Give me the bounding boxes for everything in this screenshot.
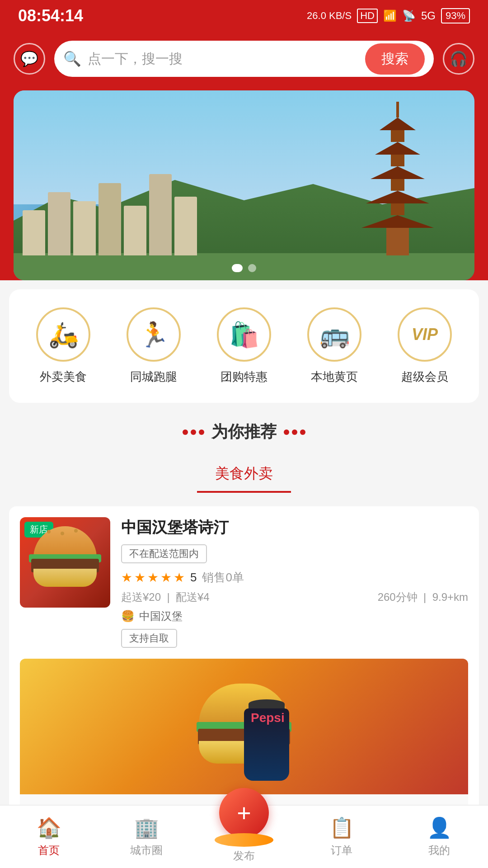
- nav-mine-label: 我的: [428, 843, 450, 858]
- customer-service-icon[interactable]: 🎧: [443, 43, 474, 75]
- wifi-icon: 📶: [383, 9, 397, 22]
- category-item-directory[interactable]: 🚌 本地黄页: [307, 307, 361, 385]
- category-icon-directory: 🚌: [307, 307, 361, 362]
- category-label-directory: 本地黄页: [311, 369, 358, 385]
- banner-dot-1[interactable]: [232, 264, 243, 272]
- rdot-6: [300, 429, 305, 435]
- food-image: [20, 517, 110, 608]
- status-bar: 08:54:14 26.0 KB/S HD 📶 📡 5G 93%: [0, 0, 488, 32]
- rdot-5: [292, 429, 297, 435]
- menu-item-image: Pepsi: [20, 659, 468, 794]
- star-4: ★: [160, 570, 172, 585]
- star-2: ★: [134, 570, 145, 585]
- food-thumbnail: 新店: [20, 517, 110, 608]
- rdot-1: [183, 429, 188, 435]
- tabs-row: 美食外卖: [0, 452, 488, 502]
- category-icon-errand: 🏃: [127, 307, 181, 362]
- recommend-dots-right: [284, 429, 305, 435]
- food-category-label: 中国汉堡: [139, 609, 183, 623]
- star-3: ★: [147, 570, 159, 585]
- rating-score: 5: [190, 571, 197, 585]
- signal-5g-icon: 5G: [421, 9, 436, 22]
- recommend-title: 为你推荐: [211, 421, 277, 443]
- search-icon: 🔍: [63, 50, 81, 67]
- out-of-range-tag: 不在配送范围内: [121, 544, 207, 563]
- category-label-groupbuy: 团购特惠: [221, 369, 267, 385]
- plus-icon: +: [237, 799, 251, 827]
- sales-count: 销售0单: [202, 570, 244, 585]
- profile-icon: 👤: [427, 816, 452, 840]
- category-label-vip: 超级会员: [401, 369, 448, 385]
- banner-dot-2[interactable]: [248, 264, 256, 272]
- battery-icon: 93%: [441, 8, 470, 24]
- headset-icon: 🎧: [450, 50, 468, 67]
- category-icon-burger: 🍔: [121, 610, 135, 623]
- nav-home-label: 首页: [38, 843, 60, 858]
- nav-publish-label: 发布: [233, 849, 255, 863]
- nav-publish[interactable]: + 发布: [195, 811, 293, 863]
- category-item-groupbuy[interactable]: 🛍️ 团购特惠: [217, 307, 271, 385]
- category-icon-groupbuy: 🛍️: [217, 307, 271, 362]
- network-speed: 26.0 KB/S: [307, 10, 352, 22]
- delivery-time-distance: 260分钟 | 9.9+km: [378, 590, 468, 604]
- recommend-dots-left: [183, 429, 204, 435]
- chat-bubble-icon: 💬: [20, 50, 38, 67]
- food-category-row: 🍔 中国汉堡: [121, 609, 468, 623]
- search-button[interactable]: 搜索: [365, 43, 425, 75]
- tab-food[interactable]: 美食外卖: [197, 457, 291, 493]
- shopping-icon: 🛍️: [229, 321, 259, 349]
- nav-city-label: 城市圈: [130, 843, 163, 858]
- vip-icon: VIP: [412, 325, 438, 344]
- nav-city[interactable]: 🏢 城市圈: [98, 816, 195, 858]
- chat-icon[interactable]: 💬: [14, 43, 45, 75]
- category-label-errand: 同城跑腿: [130, 369, 177, 385]
- nav-home[interactable]: 🏠 首页: [0, 816, 98, 858]
- publish-wings-decoration: [215, 833, 273, 847]
- banner-wrapper: [0, 90, 488, 280]
- rdot-3: [199, 429, 204, 435]
- runner-icon: 🏃: [139, 321, 169, 349]
- scooter-icon: 🛵: [48, 321, 79, 349]
- hd-badge: HD: [357, 9, 378, 23]
- food-card-top: 新店: [9, 506, 479, 659]
- search-placeholder: 点一下，搜一搜: [88, 50, 359, 68]
- rdot-2: [191, 429, 196, 435]
- status-icons: 26.0 KB/S HD 📶 📡 5G 93%: [307, 8, 470, 24]
- header: 💬 🔍 点一下，搜一搜 搜索 🎧: [0, 32, 488, 90]
- categories-list: 🛵 外卖美食 🏃 同城跑腿 🛍️ 团购特惠 🚌 本地黄页: [18, 307, 470, 385]
- status-time: 08:54:14: [18, 6, 83, 25]
- nav-orders[interactable]: 📋 订单: [293, 816, 390, 858]
- category-label-food: 外卖美食: [40, 369, 87, 385]
- category-icon-vip: VIP: [398, 307, 452, 362]
- banner-dots: [232, 264, 256, 272]
- categories-section: 🛵 外卖美食 🏃 同城跑腿 🛍️ 团购特惠 🚌 本地黄页: [9, 289, 479, 403]
- star-5: ★: [174, 570, 185, 585]
- publish-button[interactable]: +: [219, 788, 269, 838]
- bottom-nav: 🏠 首页 🏢 城市圈 + 发布 📋 订单 👤 我的: [0, 805, 488, 868]
- food-rating-row: ★ ★ ★ ★ ★ 5 销售0单: [121, 570, 468, 585]
- banner-slide[interactable]: [14, 90, 474, 280]
- star-1: ★: [121, 570, 132, 585]
- category-item-vip[interactable]: VIP 超级会员: [398, 307, 452, 385]
- nav-mine[interactable]: 👤 我的: [390, 816, 488, 858]
- min-order-fee: 起送¥20 | 配送¥4: [121, 590, 210, 604]
- home-icon: 🏠: [37, 816, 61, 840]
- rdot-4: [284, 429, 289, 435]
- orders-icon: 📋: [329, 816, 354, 840]
- signal-4g-icon: 📡: [402, 9, 416, 22]
- search-bar[interactable]: 🔍 点一下，搜一搜 搜索: [54, 41, 434, 77]
- bus-icon: 🚌: [319, 321, 350, 349]
- stars: ★ ★ ★ ★ ★: [121, 570, 185, 585]
- city-icon: 🏢: [134, 816, 159, 840]
- food-name: 中国汉堡塔诗汀: [121, 517, 468, 538]
- food-info: 中国汉堡塔诗汀 不在配送范围内 ★ ★ ★ ★ ★ 5 销售0单: [121, 517, 468, 648]
- nav-orders-label: 订单: [331, 843, 352, 858]
- category-item-errand[interactable]: 🏃 同城跑腿: [127, 307, 181, 385]
- recommend-header: 为你推荐: [0, 403, 488, 452]
- food-delivery-info: 起送¥20 | 配送¥4 260分钟 | 9.9+km: [121, 590, 468, 604]
- category-icon-food: 🛵: [36, 307, 90, 362]
- category-item-food[interactable]: 🛵 外卖美食: [36, 307, 90, 385]
- pickup-tag: 支持自取: [121, 629, 177, 648]
